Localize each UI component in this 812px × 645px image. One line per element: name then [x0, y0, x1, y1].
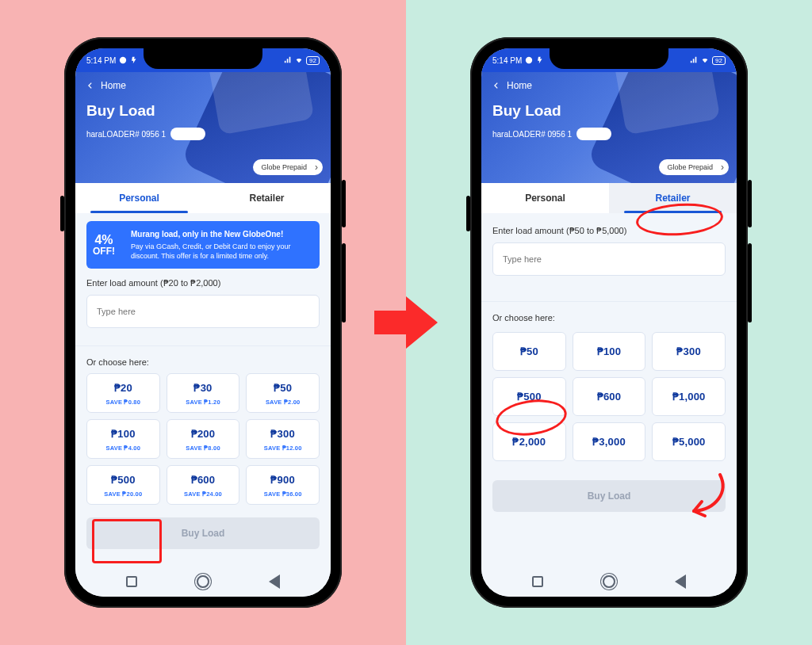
denom-tile[interactable]: ₱900SAVE ₱36.00	[246, 465, 320, 505]
denom-amount: ₱600	[191, 474, 216, 486]
tab-retailer[interactable]: Retailer	[203, 183, 331, 213]
account-mask	[576, 128, 611, 140]
denom-amount: ₱500	[111, 474, 136, 486]
breadcrumb-home[interactable]: Home	[507, 80, 532, 91]
status-time: 5:14 PM	[492, 56, 522, 65]
nav-back-icon[interactable]	[269, 574, 280, 589]
chat-icon	[119, 56, 127, 64]
denom-save: SAVE ₱12.00	[248, 445, 317, 452]
denom-tile[interactable]: ₱500	[492, 377, 566, 416]
choose-label: Or choose here:	[492, 313, 726, 322]
denom-save: SAVE ₱20.00	[89, 490, 158, 498]
denom-tile[interactable]: ₱1,000	[652, 377, 726, 416]
svg-point-1	[526, 57, 532, 63]
nav-recent-icon[interactable]	[126, 576, 137, 587]
denom-tile[interactable]: ₱200SAVE ₱8.00	[167, 419, 240, 459]
denom-save: SAVE ₱1.20	[169, 399, 238, 406]
signal-icon	[690, 56, 698, 64]
nav-back-icon[interactable]	[675, 574, 686, 589]
android-nav	[481, 567, 737, 597]
tab-retailer[interactable]: Retailer	[609, 183, 737, 213]
buy-load-button[interactable]: Buy Load	[86, 517, 320, 549]
choose-label: Or choose here:	[86, 357, 320, 367]
back-icon[interactable]	[86, 82, 94, 90]
wifi-icon	[701, 56, 709, 64]
battery-level: 92	[712, 56, 726, 65]
denom-save: SAVE ₱8.00	[169, 445, 238, 452]
promo-banner[interactable]: 4% OFF! Murang load, only in the New Glo…	[86, 221, 320, 269]
denom-tile[interactable]: ₱2,000	[492, 422, 566, 461]
denom-amount: ₱20	[114, 382, 132, 394]
denom-tile[interactable]: ₱600	[573, 377, 646, 416]
signal-icon	[284, 56, 292, 64]
page-title: Buy Load	[481, 96, 737, 128]
denom-amount: ₱1,000	[672, 391, 706, 403]
account-number: haraLOADER# 0956 1	[492, 130, 572, 139]
wifi-icon	[295, 56, 303, 64]
promo-body: Pay via GCash, Credit, or Debit Card to …	[131, 242, 291, 260]
buy-load-button[interactable]: Buy Load	[492, 480, 726, 512]
denom-tile[interactable]: ₱500SAVE ₱20.00	[86, 465, 160, 505]
denom-amount: ₱200	[191, 428, 216, 440]
denom-tile[interactable]: ₱100	[573, 332, 646, 371]
arrow-right-icon	[370, 291, 442, 354]
denom-amount: ₱30	[193, 382, 212, 394]
tab-personal[interactable]: Personal	[75, 183, 203, 213]
denom-save: SAVE ₱2.00	[248, 399, 317, 406]
bolt-icon	[536, 56, 544, 64]
promo-off: OFF!	[93, 246, 115, 256]
tab-personal[interactable]: Personal	[481, 183, 609, 213]
tab-bar: Personal Retailer	[75, 183, 331, 213]
amount-label: Enter load amount (₱20 to ₱2,000)	[86, 278, 320, 288]
denom-amount: ₱300	[270, 428, 295, 440]
nav-home-icon[interactable]	[603, 575, 615, 588]
denom-tile[interactable]: ₱50	[492, 332, 566, 371]
account-mask	[170, 128, 205, 140]
denom-amount: ₱2,000	[512, 436, 546, 448]
denom-amount: ₱500	[517, 391, 542, 403]
battery-level: 92	[306, 56, 320, 65]
denom-tile[interactable]: ₱300	[652, 332, 726, 371]
denom-tile[interactable]: ₱20SAVE ₱0.80	[86, 373, 160, 413]
denom-amount: ₱3,000	[592, 436, 626, 448]
amount-label: Enter load amount (₱50 to ₱5,000)	[492, 226, 726, 236]
account-number: haraLOADER# 0956 1	[86, 130, 166, 139]
denom-amount: ₱900	[270, 474, 295, 486]
denom-amount: ₱50	[520, 345, 538, 357]
android-nav	[75, 567, 331, 597]
denom-amount: ₱300	[676, 345, 701, 357]
tab-bar: Personal Retailer	[481, 183, 737, 213]
nav-home-icon[interactable]	[197, 575, 209, 588]
amount-input[interactable]	[492, 242, 726, 276]
denom-amount: ₱50	[274, 382, 292, 394]
nav-recent-icon[interactable]	[532, 576, 543, 587]
breadcrumb-home[interactable]: Home	[101, 80, 126, 91]
denom-tile[interactable]: ₱5,000	[652, 422, 726, 461]
denom-amount: ₱5,000	[672, 436, 706, 448]
back-icon[interactable]	[492, 82, 500, 90]
page-title: Buy Load	[75, 96, 331, 128]
denom-amount: ₱100	[597, 345, 622, 357]
denom-tile[interactable]: ₱300SAVE ₱12.00	[246, 419, 320, 459]
status-time: 5:14 PM	[86, 56, 116, 65]
bolt-icon	[130, 56, 138, 64]
phone-mock-left: 5:14 PM 92 Home	[64, 37, 342, 608]
amount-input[interactable]	[86, 295, 320, 328]
network-chip[interactable]: Globe Prepaid	[659, 159, 729, 175]
network-chip[interactable]: Globe Prepaid	[253, 159, 323, 175]
denom-tile[interactable]: ₱600SAVE ₱24.00	[167, 465, 240, 505]
denom-save: SAVE ₱36.00	[248, 490, 317, 498]
denom-amount: ₱100	[111, 428, 136, 440]
promo-percent: 4%	[93, 234, 115, 246]
denom-tile[interactable]: ₱30SAVE ₱1.20	[167, 373, 240, 413]
denom-save: SAVE ₱4.00	[89, 445, 158, 452]
phone-mock-right: 5:14 PM 92 Home	[470, 37, 748, 608]
denom-amount: ₱600	[597, 391, 622, 403]
denom-tile[interactable]: ₱3,000	[573, 422, 646, 461]
denom-save: SAVE ₱24.00	[169, 490, 238, 498]
denom-tile[interactable]: ₱100SAVE ₱4.00	[86, 419, 160, 459]
svg-point-0	[120, 57, 126, 63]
denom-tile[interactable]: ₱50SAVE ₱2.00	[246, 373, 320, 413]
promo-title: Murang load, only in the New GlobeOne!	[131, 229, 312, 240]
denom-save: SAVE ₱0.80	[89, 399, 158, 406]
